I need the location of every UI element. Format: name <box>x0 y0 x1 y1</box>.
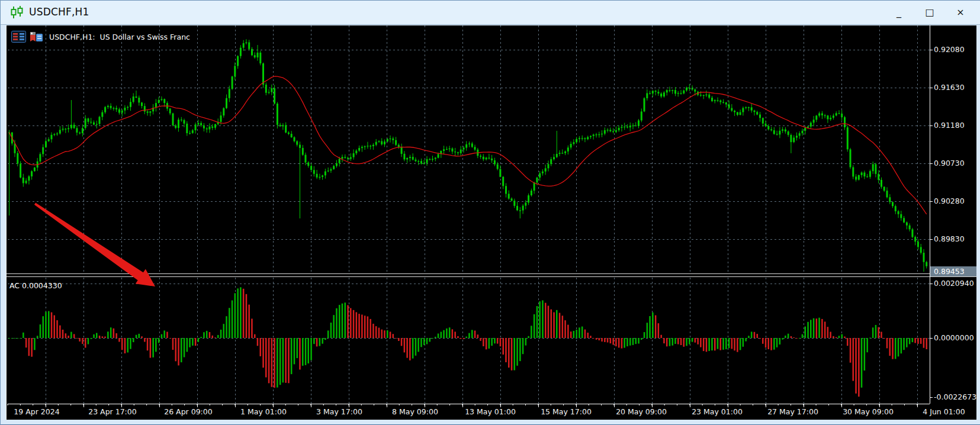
time-tick-label: 19 Apr 2024 <box>8 407 65 416</box>
time-tick-label: 3 May 17:00 <box>311 407 368 416</box>
time-tick-label: 1 May 01:00 <box>235 407 292 416</box>
indicator-value-label: AC 0.0004330 <box>9 281 62 290</box>
price-tick-label: 0.91630 <box>934 83 965 92</box>
moving-average-line <box>9 76 927 214</box>
minimize-button[interactable]: _ <box>885 1 912 24</box>
chart-client-area[interactable]: USDCHF,H1: US Dollar vs Swiss Franc AC 0… <box>6 25 976 420</box>
time-tick-label: 15 May 17:00 <box>538 407 595 416</box>
grid-lines <box>8 25 930 404</box>
one-click-trading-icon[interactable] <box>29 31 44 43</box>
chart-symbol-description: USDCHF,H1: US Dollar vs Swiss Franc <box>49 33 190 41</box>
app-candlestick-icon <box>10 6 24 19</box>
time-tick-label: 20 May 09:00 <box>613 407 670 416</box>
maximize-button[interactable]: □ <box>916 1 943 24</box>
price-tick-label: 0.90280 <box>934 197 965 205</box>
time-tick-label: 27 May 17:00 <box>764 407 821 416</box>
time-tick-label: 8 May 09:00 <box>387 407 444 416</box>
time-tick-label: 26 Apr 09:00 <box>160 407 217 416</box>
time-tick-label: 23 May 01:00 <box>689 407 746 416</box>
price-tick-label: 0.91180 <box>934 121 965 130</box>
window-title: USDCHF,H1 <box>29 6 89 18</box>
candlestick-series <box>8 39 927 273</box>
price-tick-label: 0.90730 <box>934 159 965 168</box>
indicator-tick-label: 0.0000000 <box>934 333 974 342</box>
indicator-tick-label: 0.0020940 <box>934 279 974 288</box>
chart-canvas[interactable] <box>7 25 977 420</box>
window-bottom-frame <box>1 420 980 425</box>
time-tick-label: 13 May 01:00 <box>462 407 519 416</box>
price-tick-label: 0.89830 <box>934 234 965 243</box>
scale-lines <box>7 25 977 407</box>
ac-histogram <box>8 287 927 397</box>
time-tick-label: 4 Jun 01:00 <box>915 407 972 416</box>
price-tick-label: 0.92080 <box>934 45 965 54</box>
mt5-chart-window: USDCHF,H1 _ □ × USD <box>0 0 980 425</box>
window-titlebar[interactable]: USDCHF,H1 _ □ × <box>1 1 980 25</box>
time-tick-label: 23 Apr 17:00 <box>84 407 141 416</box>
indicator-tick-label: -0.0022673 <box>934 392 976 401</box>
time-tick-label: 30 May 09:00 <box>840 407 897 416</box>
current-price-badge: 0.89453 <box>930 266 976 276</box>
chart-header: USDCHF,H1: US Dollar vs Swiss Franc <box>11 30 190 43</box>
depth-of-market-icon[interactable] <box>11 31 26 43</box>
close-button[interactable]: × <box>947 1 974 24</box>
